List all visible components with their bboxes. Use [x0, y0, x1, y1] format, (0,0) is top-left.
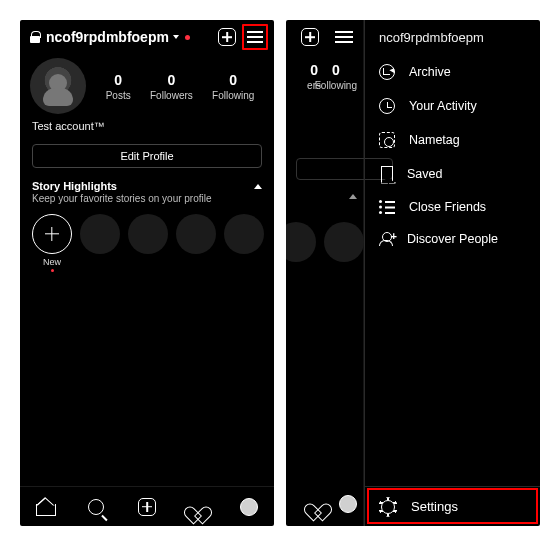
menu-button[interactable] — [242, 24, 268, 50]
avatar-icon — [339, 495, 357, 513]
notification-dot — [185, 35, 190, 40]
profile-header: 0 Posts 0 Followers 0 Following — [20, 54, 274, 120]
new-post-button[interactable] — [297, 24, 323, 50]
highlights-header[interactable]: Story Highlights — [20, 178, 274, 192]
lock-icon — [30, 31, 40, 43]
highlights-subtitle: Keep your favorite stories on your profi… — [20, 192, 274, 212]
heart-icon — [189, 499, 207, 515]
menu-nametag[interactable]: Nametag — [365, 123, 540, 157]
menu-label: Discover People — [407, 232, 498, 246]
stat-followers[interactable]: 0 Followers — [150, 72, 193, 101]
settings-button[interactable]: Settings — [365, 486, 540, 526]
chevron-up-icon — [254, 184, 262, 189]
display-name: Test account™ — [20, 120, 274, 140]
username-dropdown[interactable]: ncof9rpdmbfoepm — [46, 29, 169, 45]
menu-label: Archive — [409, 65, 451, 79]
nav-new-post[interactable] — [135, 495, 159, 519]
highlights-row: New — [20, 212, 274, 278]
menu-label: Nametag — [409, 133, 460, 147]
highlight-placeholder — [80, 214, 120, 272]
stat-posts-label: Posts — [106, 90, 131, 101]
plus-icon — [45, 227, 59, 241]
menu-label: Saved — [407, 167, 442, 181]
settings-label: Settings — [411, 499, 458, 514]
person-plus-icon — [379, 232, 393, 246]
profile-avatar[interactable] — [30, 58, 86, 114]
notification-dot — [51, 269, 54, 272]
search-icon — [88, 499, 104, 515]
menu-drawer-screen: 0 ers 0 Following ncof9rpdmbfoepm — [286, 20, 540, 526]
avatar-icon — [240, 498, 258, 516]
highlight-placeholder — [224, 214, 264, 272]
menu-label: Close Friends — [409, 200, 486, 214]
stat-posts[interactable]: 0 Posts — [106, 72, 131, 101]
profile-sliver: 0 ers 0 Following — [286, 20, 364, 526]
stat-following-partial: 0 Following — [315, 62, 357, 91]
highlight-new[interactable]: New — [32, 214, 72, 272]
hamburger-icon — [335, 31, 353, 43]
stat-followers-value: 0 — [150, 72, 193, 88]
plus-box-icon — [218, 28, 236, 46]
menu-label: Your Activity — [409, 99, 477, 113]
highlight-placeholder — [324, 222, 364, 265]
drawer-username: ncof9rpdmbfoepm — [365, 20, 540, 51]
bottom-nav — [20, 486, 274, 526]
highlight-placeholder — [128, 214, 168, 272]
stat-following[interactable]: 0 Following — [212, 72, 254, 101]
stat-following-value: 0 — [212, 72, 254, 88]
list-icon — [379, 200, 395, 214]
nav-profile[interactable] — [237, 495, 261, 519]
menu-button[interactable] — [331, 24, 357, 50]
nav-profile[interactable] — [336, 492, 360, 516]
plus-box-icon — [138, 498, 156, 516]
home-icon — [36, 499, 54, 515]
archive-icon — [379, 64, 395, 80]
nav-search[interactable] — [84, 495, 108, 519]
stat-followers-label: Followers — [150, 90, 193, 101]
gear-icon — [379, 498, 397, 516]
chevron-down-icon — [173, 35, 179, 39]
edit-profile-button[interactable]: Edit Profile — [32, 144, 262, 168]
nav-home[interactable] — [33, 495, 57, 519]
menu-discover-people[interactable]: Discover People — [365, 223, 540, 255]
drawer-menu: Archive Your Activity Nametag Saved — [365, 51, 540, 259]
nav-activity[interactable] — [306, 492, 330, 516]
menu-saved[interactable]: Saved — [365, 157, 540, 191]
heart-icon — [309, 496, 327, 512]
menu-close-friends[interactable]: Close Friends — [365, 191, 540, 223]
highlight-placeholder — [176, 214, 216, 272]
highlight-new-label: New — [32, 257, 72, 267]
bookmark-icon — [381, 166, 393, 182]
stat-following-label: Following — [212, 90, 254, 101]
plus-box-icon — [301, 28, 319, 46]
nametag-icon — [379, 132, 395, 148]
hamburger-icon — [247, 31, 263, 43]
clock-icon — [379, 98, 395, 114]
menu-archive[interactable]: Archive — [365, 55, 540, 89]
profile-screen: ncof9rpdmbfoepm 0 Posts 0 Followers — [20, 20, 274, 526]
stat-value: 0 — [315, 62, 357, 78]
menu-your-activity[interactable]: Your Activity — [365, 89, 540, 123]
top-bar: ncof9rpdmbfoepm — [20, 20, 274, 54]
chevron-up-icon — [349, 194, 357, 199]
stat-label: Following — [315, 80, 357, 91]
highlight-placeholder — [286, 222, 316, 265]
highlights-title: Story Highlights — [32, 180, 117, 192]
stat-posts-value: 0 — [106, 72, 131, 88]
new-post-button[interactable] — [214, 24, 240, 50]
nav-activity[interactable] — [186, 495, 210, 519]
drawer-panel: ncof9rpdmbfoepm Archive Your Activity Na… — [364, 20, 540, 526]
